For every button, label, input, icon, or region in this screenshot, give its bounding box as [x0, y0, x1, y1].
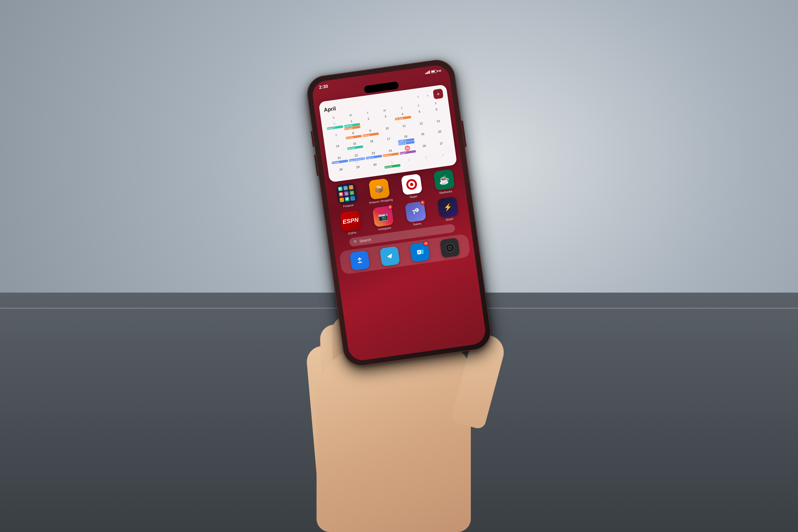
calendar-prev-button[interactable]: ‹ [414, 93, 422, 101]
svg-text:O: O [418, 251, 420, 254]
cal-day[interactable]: 27 [432, 139, 451, 153]
status-time: 2:30 [319, 84, 328, 91]
espn-icon: ESPN [340, 210, 361, 232]
hand-container: 2:30 [213, 53, 585, 532]
dock-camera[interactable] [440, 238, 460, 258]
app-finance-label: Finance [343, 204, 354, 208]
cal-day[interactable]: 6 [428, 105, 446, 119]
cal-day[interactable]: 4 [434, 151, 453, 164]
cal-day[interactable]: 11 [395, 122, 414, 134]
teams-icon: T T 5 [404, 201, 426, 223]
dock-outlook[interactable]: O 12 [410, 242, 430, 262]
cal-day[interactable]: 1 Easter M Vet appo [343, 117, 361, 131]
cal-day[interactable]: 18 Coffee w EGLE M [397, 132, 415, 146]
search-text: Search [359, 238, 371, 243]
cal-day[interactable]: 29 [349, 163, 367, 175]
cal-day[interactable]: 13 [429, 117, 448, 130]
cal-day[interactable]: 9 Batman [361, 127, 380, 139]
app-finance[interactable]: 📊 💹 💰 📈 🏦 💳 💵 📉 🏧 Finance [330, 182, 364, 209]
app-amazon-label: Amazon Shopping [369, 198, 393, 204]
calendar-add-button[interactable]: + [433, 89, 444, 99]
app-target[interactable]: Target [395, 173, 429, 200]
cal-day[interactable]: 4 Vet appo [394, 110, 412, 124]
app-instagram[interactable]: 📷 3 Instagram [366, 205, 400, 232]
cal-day[interactable]: 28 [332, 165, 350, 178]
app-target-label: Target [409, 194, 418, 199]
cal-day[interactable]: 2 [400, 156, 418, 168]
app-starbucks-label: Starbucks [439, 189, 452, 194]
cal-day[interactable]: 2 [360, 115, 378, 129]
app-espn[interactable]: ESPN ESPN [334, 209, 367, 237]
target-icon [401, 174, 422, 195]
cal-day[interactable]: 23 Flight to [364, 149, 383, 163]
cal-day[interactable]: 7 [327, 131, 345, 144]
cal-day[interactable]: 24 Dinner w [381, 147, 400, 160]
calendar-next-button[interactable]: › [423, 91, 432, 100]
cal-day[interactable]: 5 [411, 108, 429, 121]
cal-day[interactable]: 26 [416, 142, 434, 155]
cal-day[interactable]: 15 Tax Day [345, 139, 364, 153]
cal-day[interactable]: 20 [431, 128, 449, 141]
snap-icon: ⚡ [437, 196, 459, 218]
cal-day[interactable]: 17 [380, 135, 398, 148]
cal-day[interactable]: 31 Easter S [326, 119, 344, 133]
app-espn-label: ESPN [348, 231, 357, 235]
dock-telegram[interactable] [380, 246, 400, 267]
cal-day[interactable]: 22 Stay at Detroit M ••• [347, 151, 366, 165]
calendar-navigation: ‹ › + [414, 89, 444, 102]
cal-day[interactable]: 3 [377, 112, 395, 126]
app-teams[interactable]: T T 5 Teams [399, 200, 433, 228]
app-instagram-label: Instagram [378, 226, 391, 231]
app-teams-label: Teams [413, 222, 422, 226]
cal-day[interactable]: 12 [412, 119, 431, 132]
app-snap[interactable]: ⚡ SNAP [431, 196, 465, 223]
cal-day[interactable]: 30 [366, 160, 384, 173]
cal-day[interactable]: 19 [414, 130, 432, 144]
cal-day[interactable]: 1 First Da [383, 158, 401, 171]
amazon-icon: 📦 [368, 178, 390, 200]
instagram-badge: 3 [387, 204, 393, 210]
cal-day[interactable]: 14 [329, 142, 347, 156]
battery-icon: 66 [431, 69, 441, 73]
finance-folder-icon: 📊 💹 💰 📈 🏦 💳 💵 📉 🏧 [336, 183, 358, 204]
cal-day[interactable]: 21 Change [330, 154, 349, 167]
signal-icon [425, 71, 430, 75]
cal-day[interactable]: 8 Eye doc [344, 129, 363, 141]
calendar-widget[interactable]: April ‹ › + S M T W [318, 84, 457, 183]
app-snap-label: SNAP [445, 217, 454, 222]
instagram-icon: 📷 3 [372, 206, 394, 227]
starbucks-icon: ☕ [433, 169, 455, 191]
cal-day[interactable]: 3 [417, 153, 435, 166]
dock-upload[interactable] [349, 250, 370, 271]
search-icon: 🔍 [354, 240, 358, 244]
cal-day[interactable]: 10 [378, 124, 397, 137]
outlook-badge: 12 [423, 241, 429, 246]
calendar-month-title: April [323, 105, 336, 113]
app-amazon[interactable]: 📦 Amazon Shopping [363, 177, 396, 205]
teams-badge: 5 [420, 200, 425, 205]
cal-day[interactable]: 25 6 pem [398, 144, 417, 158]
app-starbucks[interactable]: ☕ Starbucks [428, 168, 461, 196]
status-icons: 66 [425, 69, 441, 75]
cal-day[interactable]: 16 [363, 137, 381, 151]
